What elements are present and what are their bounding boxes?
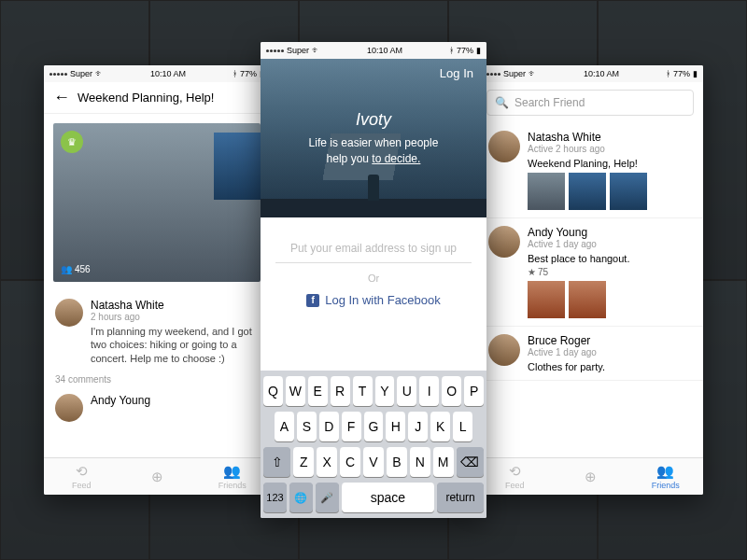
key-globe[interactable]: 🌐 <box>289 483 313 512</box>
feed-icon: ⟲ <box>509 463 521 480</box>
plus-icon: ⊕ <box>585 469 597 485</box>
key-shift[interactable]: ⇧ <box>263 447 290 477</box>
friend-item[interactable]: Natasha White Active 2 hours ago Weekend… <box>477 123 703 218</box>
tab-feed[interactable]: ⟲Feed <box>44 458 120 495</box>
key-r[interactable]: R <box>331 376 350 406</box>
clock: 10:10 AM <box>367 46 402 55</box>
facebook-icon: f <box>306 294 319 307</box>
key-t[interactable]: T <box>353 376 373 406</box>
thumb[interactable] <box>569 281 606 318</box>
key-j[interactable]: J <box>408 412 428 441</box>
signup-area: Put your email address to sign up Or fLo… <box>261 217 486 324</box>
feed-icon: ⟲ <box>76 463 88 480</box>
thumb[interactable] <box>528 281 565 318</box>
key-s[interactable]: S <box>297 412 317 441</box>
tab-friends[interactable]: 👥Friends <box>194 458 270 495</box>
friend-active: Active 1 day ago <box>528 347 692 357</box>
crown-icon: ♛ <box>61 131 83 153</box>
friend-item[interactable]: Andy Young Active 1 day ago Best place t… <box>477 218 703 327</box>
phone-friends: Superᯤ 10:10 AM ᚼ77%▮ 🔍Search Friend Nat… <box>477 65 703 495</box>
friend-item[interactable]: Bruce Roger Active 1 day ago Clothes for… <box>477 327 703 381</box>
key-mic[interactable]: 🎤 <box>316 483 339 512</box>
post-time: 2 hours ago <box>91 312 259 322</box>
key-u[interactable]: U <box>397 376 416 406</box>
avatar[interactable] <box>55 394 83 422</box>
key-x[interactable]: X <box>317 447 337 477</box>
tab-add[interactable]: ⊕ <box>120 458 195 495</box>
avatar[interactable] <box>488 131 520 162</box>
status-bar: Superᯤ 10:10 AM ᚼ77%▮ <box>44 65 270 82</box>
avatar[interactable] <box>488 334 520 366</box>
rating: ★75 <box>528 267 692 277</box>
tab-friends[interactable]: 👥Friends <box>627 458 703 495</box>
key-123[interactable]: 123 <box>263 483 287 512</box>
poll-image-alt[interactable] <box>214 133 261 200</box>
key-h[interactable]: H <box>386 412 405 441</box>
battery: 77% <box>673 69 690 78</box>
thumb[interactable] <box>569 173 606 210</box>
wifi-icon: ᯤ <box>95 69 104 78</box>
key-a[interactable]: A <box>275 412 294 441</box>
post-text: I'm planning my weekend, and I got two c… <box>91 325 259 365</box>
status-bar: Superᯤ 10:10 AM ᚼ77%▮ <box>477 65 703 82</box>
key-space[interactable]: space <box>342 483 435 512</box>
facebook-login-button[interactable]: fLog In with Facebook <box>275 293 472 307</box>
friend-post-title: Best place to hangout. <box>528 253 692 264</box>
post: Natasha White 2 hours ago I'm planning m… <box>44 291 270 372</box>
tab-feed[interactable]: ⟲Feed <box>477 458 553 495</box>
email-input[interactable]: Put your email address to sign up <box>275 234 472 263</box>
key-k[interactable]: K <box>430 412 450 441</box>
key-p[interactable]: P <box>464 376 484 406</box>
carrier: Super <box>503 69 526 78</box>
wifi-icon: ᯤ <box>529 69 537 78</box>
friend-active: Active 2 hours ago <box>528 144 692 154</box>
or-divider: Or <box>275 273 472 284</box>
tagline: Life is easier when peoplehelp you to de… <box>309 135 439 167</box>
commenter-name: Andy Young <box>91 394 259 407</box>
friend-post-title: Weekend Planing, Help! <box>528 158 692 169</box>
friend-name: Andy Young <box>528 226 692 239</box>
tab-bar: ⟲Feed ⊕ 👥Friends <box>477 457 703 495</box>
phone-feed-detail: Superᯤ 10:10 AM ᚼ77%▮ ← Weekend Planning… <box>44 65 270 495</box>
key-delete[interactable]: ⌫ <box>457 447 484 477</box>
hero: Ivoty Life is easier when peoplehelp you… <box>261 59 486 217</box>
clock: 10:10 AM <box>584 69 619 78</box>
friends-icon: 👥 <box>656 463 674 480</box>
key-l[interactable]: L <box>453 412 472 441</box>
key-d[interactable]: D <box>319 412 339 441</box>
thumb[interactable] <box>610 173 647 210</box>
key-m[interactable]: M <box>433 447 454 477</box>
tab-add[interactable]: ⊕ <box>553 458 628 495</box>
status-bar: Superᯤ 10:10 AM ᚼ77%▮ <box>261 42 486 59</box>
key-e[interactable]: E <box>308 376 328 406</box>
key-b[interactable]: B <box>387 447 407 477</box>
avatar[interactable] <box>488 226 520 258</box>
key-w[interactable]: W <box>286 376 305 406</box>
wifi-icon: ᯤ <box>312 46 320 55</box>
bluetooth-icon: ᚼ <box>449 46 454 55</box>
key-q[interactable]: Q <box>263 376 283 406</box>
key-i[interactable]: I <box>419 376 439 406</box>
key-g[interactable]: G <box>364 412 384 441</box>
search-icon: 🔍 <box>495 96 509 109</box>
key-n[interactable]: N <box>410 447 430 477</box>
key-c[interactable]: C <box>340 447 360 477</box>
thumb[interactable] <box>528 173 565 210</box>
key-v[interactable]: V <box>363 447 384 477</box>
author-name: Natasha White <box>91 299 259 312</box>
key-y[interactable]: Y <box>375 376 395 406</box>
key-return[interactable]: return <box>437 483 484 512</box>
keyboard: QWERTYUIOP ASDFGHJKL ⇧ZXCVBNM⌫ 123 🌐 🎤 s… <box>261 371 486 518</box>
key-o[interactable]: O <box>442 376 461 406</box>
search-input[interactable]: 🔍Search Friend <box>486 90 694 116</box>
avatar[interactable] <box>55 299 83 327</box>
brand-name: Ivoty <box>356 110 391 130</box>
vote-count: 👥456 <box>61 264 91 274</box>
back-button[interactable]: ← <box>53 88 70 107</box>
key-z[interactable]: Z <box>293 447 314 477</box>
battery: 77% <box>240 69 257 78</box>
key-f[interactable]: F <box>342 412 361 441</box>
comment-count[interactable]: 34 comments <box>44 372 270 386</box>
carrier: Super <box>287 46 309 55</box>
login-link[interactable]: Log In <box>440 66 473 80</box>
